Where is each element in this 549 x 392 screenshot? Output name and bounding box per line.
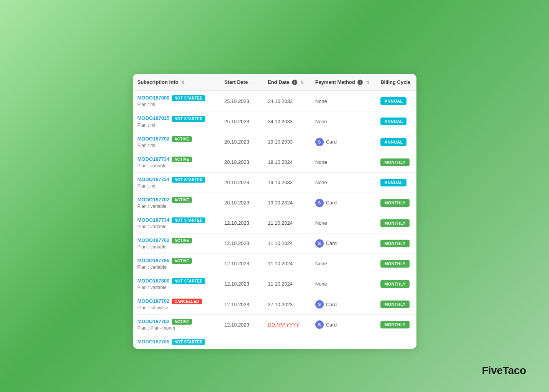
subscription-info-cell: MODO187825NOT STARTEDPlan : mi [133, 111, 220, 132]
subscription-id[interactable]: MODO187702 [138, 237, 170, 243]
billing-badge: ANNUAL [380, 138, 406, 146]
col-header-payment[interactable]: Payment Method i ⇅ [311, 74, 376, 91]
payment-method-cell: SCard [311, 294, 376, 315]
col-header-start-date-label: Start Date [224, 79, 247, 85]
subscription-id[interactable]: MODO187800 [138, 278, 170, 284]
end-date-cell [263, 335, 311, 349]
end-date-cell: 19.10.2033 [263, 172, 311, 193]
billing-badge: ANNUAL [380, 118, 406, 125]
subscription-info-cell: MODO187702ACTIVEPlan : Plan- month [133, 315, 220, 335]
subscription-id[interactable]: MODO187702 [138, 298, 170, 304]
info-icon-payment[interactable]: i [357, 80, 363, 85]
subscription-id[interactable]: MODO187785 [138, 339, 170, 345]
col-header-billing: Billing Cycle [376, 74, 416, 91]
col-header-start-date[interactable]: Start Date ↓ [220, 74, 263, 91]
subscription-id[interactable]: MODO187734 [138, 176, 170, 182]
end-date-cell: DD.MM.YYYY [263, 315, 311, 335]
table-row: MODO187800NOT STARTEDPlan : variable12.1… [133, 274, 416, 294]
billing-cycle-cell [376, 335, 416, 349]
sort-icon-subscription[interactable]: ⇅ [181, 80, 185, 85]
status-badge: ACTIVE [172, 238, 192, 243]
subscription-info-cell: MODO187702ACTIVEPlan : variable [133, 193, 220, 213]
plan-label: Plan : variable [138, 224, 215, 229]
billing-badge: MONTHLY [380, 260, 409, 268]
subscription-id[interactable]: MODO187800 [138, 95, 170, 101]
payment-method-cell: SCard [311, 193, 376, 213]
billing-cycle-cell: MONTHLY [376, 315, 416, 335]
subscription-id[interactable]: MODO187785 [138, 258, 170, 263]
fivetaco-brand: FiveTaco [482, 364, 526, 377]
plan-label: Plan : mi [138, 183, 215, 189]
start-date-cell: 12.10.2023 [220, 315, 263, 335]
col-header-end-date[interactable]: End Date i ⇅ [263, 74, 311, 91]
status-badge: NOT STARTED [172, 95, 205, 101]
end-date-cell: 11.10.2024 [263, 213, 311, 233]
status-badge: NOT STARTED [172, 339, 205, 345]
table-row: MODO187800NOT STARTEDPlan : mi25.10.2023… [133, 91, 416, 111]
plan-label: Plan : variable [138, 265, 215, 270]
end-date-cell: 27.10.2023 [263, 294, 311, 315]
subscription-info-cell: MODO187702CANCELLEDPlan : stepwise [133, 294, 220, 315]
table-row: MODO187702CANCELLEDPlan : stepwise12.10.… [133, 294, 416, 315]
stripe-icon: S [315, 300, 324, 309]
table-row: MODO187702ACTIVEPlan : variable12.10.202… [133, 233, 416, 253]
end-date-cell: 24.10.2033 [263, 111, 311, 132]
billing-badge: ANNUAL [380, 97, 406, 105]
sort-icon-start[interactable]: ↓ [251, 80, 253, 85]
billing-cycle-cell: ANNUAL [376, 91, 416, 111]
subscription-id[interactable]: MODO187825 [138, 115, 170, 121]
end-date-cell: 11.10.2024 [263, 233, 311, 253]
col-header-billing-label: Billing Cycle [380, 79, 410, 85]
table-row: MODO187734ACTIVEPlan : variable20.10.202… [133, 152, 416, 172]
sort-icon-end[interactable]: ⇅ [300, 80, 304, 85]
start-date-cell: 12.10.2023 [220, 213, 263, 233]
page-wrapper: Subscription Info ⇅ Start Date ↓ End Dat… [15, 15, 534, 392]
subscription-info-cell: MODO187734NOT STARTEDPlan : mi [133, 172, 220, 193]
card-label: Card [326, 322, 337, 328]
sort-icon-payment[interactable]: ⇅ [366, 80, 369, 85]
table-row: MODO187785NOT STARTED [133, 335, 416, 349]
stripe-icon: S [315, 320, 324, 329]
subscription-id[interactable]: MODO187734 [138, 156, 170, 162]
billing-cycle-cell: MONTHLY [376, 213, 416, 233]
info-icon-end-date[interactable]: i [292, 80, 297, 85]
brand-five: Five [482, 364, 503, 376]
start-date-cell: 20.10.2023 [220, 132, 263, 152]
plan-label: Plan : variable [138, 204, 215, 209]
subscription-info-cell: MODO187785ACTIVEPlan : variable [133, 253, 220, 274]
col-header-subscription-label: Subscription Info [138, 79, 179, 85]
end-date-cell: 19.10.2024 [263, 152, 311, 172]
col-header-subscription[interactable]: Subscription Info ⇅ [133, 74, 220, 91]
billing-cycle-cell: MONTHLY [376, 152, 416, 172]
subscription-id[interactable]: MODO187702 [138, 197, 170, 203]
payment-method-cell: None [311, 111, 376, 132]
stripe-icon: S [315, 138, 324, 146]
stripe-icon: S [315, 199, 324, 207]
status-badge: NOT STARTED [172, 177, 205, 183]
status-badge: NOT STARTED [172, 116, 205, 122]
subscription-id[interactable]: MODO187702 [138, 136, 170, 142]
start-date-cell: 25.10.2023 [220, 111, 263, 132]
billing-cycle-cell: MONTHLY [376, 294, 416, 315]
start-date-cell: 20.10.2023 [220, 152, 263, 172]
subscriptions-table: Subscription Info ⇅ Start Date ↓ End Dat… [133, 74, 416, 349]
table-row: MODO187702ACTIVEPlan : mi20.10.202319.10… [133, 132, 416, 152]
payment-method-cell [311, 335, 376, 349]
billing-cycle-cell: MONTHLY [376, 253, 416, 274]
payment-method-cell: None [311, 91, 376, 111]
plan-label: Plan : Plan- month [138, 325, 215, 331]
billing-badge: MONTHLY [380, 199, 409, 207]
billing-cycle-cell: ANNUAL [376, 132, 416, 152]
billing-badge: ANNUAL [380, 179, 406, 186]
subscription-info-cell: MODO187734NOT STARTEDPlan : variable [133, 213, 220, 233]
billing-cycle-cell: MONTHLY [376, 274, 416, 294]
start-date-cell: 20.10.2023 [220, 193, 263, 213]
billing-cycle-cell: ANNUAL [376, 111, 416, 132]
payment-method-cell: None [311, 213, 376, 233]
start-date-cell: 25.10.2023 [220, 91, 263, 111]
subscription-id[interactable]: MODO187702 [138, 318, 170, 324]
subscription-info-cell: MODO187702ACTIVEPlan : variable [133, 233, 220, 253]
start-date-cell: 12.10.2023 [220, 294, 263, 315]
subscription-id[interactable]: MODO187734 [138, 217, 170, 223]
billing-badge: MONTHLY [380, 280, 409, 288]
